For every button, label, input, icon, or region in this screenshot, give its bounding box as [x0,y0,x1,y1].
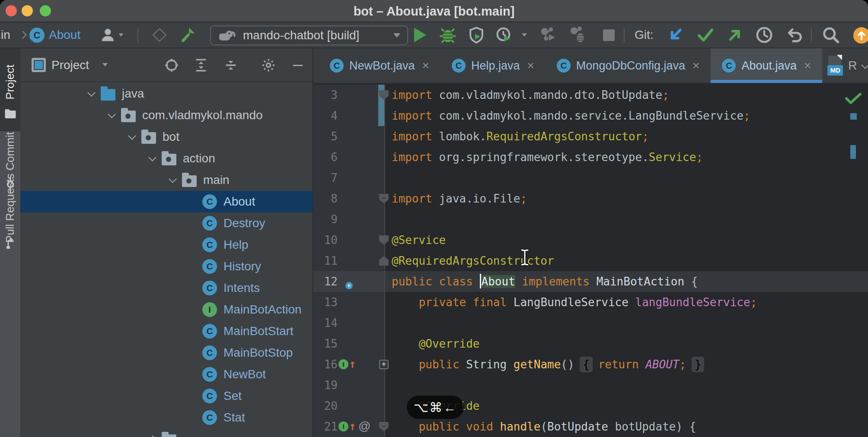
more-tabs-chevron-icon[interactable] [861,61,868,69]
stripe-item-pull-requests[interactable]: Pull Requests [3,174,17,243]
tree-item[interactable] [20,428,313,437]
code-line[interactable]: 10@Service [313,230,868,250]
attach-debugger-button[interactable] [565,22,590,48]
profiler-idle-button[interactable] [149,22,170,48]
chevron-down-icon[interactable] [169,175,176,183]
chevron-down-icon[interactable] [87,89,95,96]
chevron-spacer [190,242,196,248]
gutter: 13 [313,292,385,313]
collapse-all-button[interactable] [223,58,238,73]
local-history-button[interactable] [752,22,776,48]
tree-item-mainbotstart[interactable]: CMainBotStart [20,320,313,342]
breadcrumb-parent[interactable]: in [1,22,10,48]
tab-newbot-java[interactable]: CNewBot.java× [319,48,440,83]
code-line[interactable]: 21I↑@− public void handle(BotUpdate botU… [313,416,868,437]
project-panel-title[interactable]: Project [51,48,89,82]
scrollbar-change-mark[interactable] [850,113,857,120]
tree-item-set[interactable]: CSet [20,385,313,407]
profile-button[interactable] [493,22,515,48]
close-icon[interactable]: × [527,59,534,73]
tree-item-newbot[interactable]: CNewBot [20,364,313,385]
tree-item-main[interactable]: main [20,169,313,191]
code-editor[interactable]: 3import com.vladmykol.mando.dto.BotUpdat… [313,85,868,437]
implements-method-icon[interactable]: I↑ [338,420,356,432]
profile-options-button[interactable] [517,22,532,48]
chevron-down-icon[interactable] [108,110,115,118]
tab-mongodbconfig-java[interactable]: CMongoDbConfig.java× [546,48,711,83]
code-line[interactable]: 13 private final LangBundleService langB… [313,292,868,313]
chevron-down-icon[interactable] [148,153,156,161]
code-line[interactable]: 15 @Override [313,333,868,354]
tree-item-mainbotaction[interactable]: IMainBotAction [20,299,313,320]
tree-item-java[interactable]: java [20,83,313,104]
spring-bean-icon[interactable]: e [338,275,351,288]
tree-item-intents[interactable]: CIntents [20,277,313,299]
code-line[interactable]: 3import com.vladmykol.mando.dto.BotUpdat… [313,85,868,105]
token: BotUpdate [547,420,608,433]
git-update-button[interactable] [664,22,686,48]
class-icon: C [202,345,217,360]
code-line[interactable]: 6import org.springframework.stereotype.S… [313,147,868,168]
attach-profiler-button[interactable] [536,22,560,48]
tab-about-java[interactable]: CAbout.java× [711,48,822,83]
code-line[interactable]: 20 @Override [313,396,868,416]
code-line[interactable]: 5import lombok.RequiredArgsConstructor; [313,126,868,147]
code-line[interactable]: 14 [313,313,868,333]
scrollbar-change-mark[interactable] [850,145,856,159]
tree-item-about[interactable]: CAbout [20,191,313,212]
breadcrumb-class[interactable]: About [49,22,80,48]
rollback-button[interactable] [782,22,807,48]
tree-item-bot[interactable]: bot [20,126,313,148]
tab-readme[interactable]: MD R [822,48,857,83]
code-line[interactable]: 4import com.vladmykol.mando.service.Lang… [313,105,868,126]
chevron-right-icon[interactable] [148,435,156,437]
package-icon [162,154,176,165]
code-with-me-button[interactable] [99,22,126,48]
run-configuration-select[interactable]: mando-chatbot [build] [210,25,408,45]
token: () [561,358,581,371]
diamond-icon [152,28,167,42]
update-available-button[interactable] [853,27,868,44]
tree-item-destroy[interactable]: CDestroy [20,212,313,234]
run-with-coverage-button[interactable] [465,22,488,48]
fold-marker-icon[interactable]: + [379,360,389,369]
code-line[interactable]: 7 [313,168,868,188]
git-push-button[interactable] [724,22,746,48]
vcs-change-bar[interactable] [378,105,384,126]
code-line[interactable]: 16I↑+ public String getName() { return A… [313,354,868,375]
tree-item-help[interactable]: CHelp [20,234,313,256]
chevron-down-icon[interactable] [128,132,136,139]
stop-button[interactable] [598,22,619,48]
chevron-down-icon [118,34,123,37]
debug-button[interactable] [436,22,460,48]
stripe-item-project[interactable]: Project [3,65,17,100]
code-line[interactable]: 9 [313,209,868,230]
panel-settings-button[interactable] [261,58,276,73]
search-everywhere-button[interactable] [819,22,843,48]
code-line[interactable]: 19 [313,375,868,396]
stripe-item-commit[interactable]: Commit [3,132,17,171]
close-icon[interactable]: × [804,59,811,73]
inspections-ok-icon[interactable] [845,92,862,104]
tab-help-java[interactable]: CHelp.java× [440,48,546,83]
tree-item-com.vladmykol.mando[interactable]: com.vladmykol.mando [20,104,313,126]
tree-item-history[interactable]: CHistory [20,256,313,277]
hide-panel-button[interactable] [290,58,305,73]
close-icon[interactable]: × [692,59,699,73]
build-button[interactable] [176,22,200,48]
tree-item-action[interactable]: action [20,148,313,169]
git-commit-button[interactable] [693,22,718,48]
run-button[interactable] [410,22,431,48]
tree-item-mainbotstop[interactable]: CMainBotStop [20,342,313,364]
code-line[interactable]: 12epublic class About implements MainBot… [313,271,868,292]
implements-method-icon[interactable]: I↑ [338,358,356,370]
close-icon[interactable]: × [422,59,429,73]
code-line[interactable]: 8−import java.io.File; [313,188,868,209]
gutter: 7 [313,168,385,188]
code-line[interactable]: 11@RequiredArgsConstructor [313,250,868,271]
gutter: 9 [313,209,385,230]
tree-item-stat[interactable]: CStat [20,407,313,428]
token: String [466,358,507,371]
locate-file-button[interactable] [164,58,179,73]
expand-all-button[interactable] [194,58,208,73]
